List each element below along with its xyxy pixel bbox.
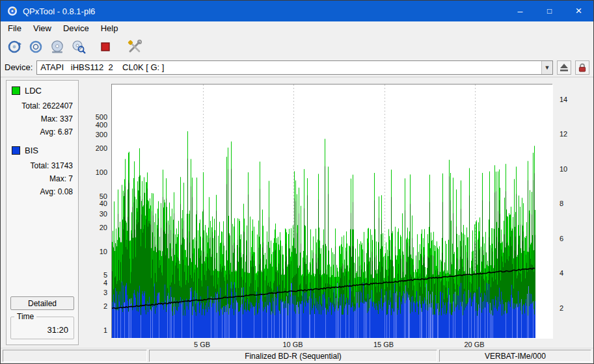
- window-title: QPxTool - 0.8.1-pl6: [23, 6, 95, 16]
- time-groupbox-title: Time: [14, 312, 36, 321]
- menu-help[interactable]: Help: [95, 21, 124, 36]
- detailed-button[interactable]: Detailed: [10, 296, 74, 310]
- bis-label: BIS: [25, 146, 38, 155]
- stats-sidebar: LDC Total: 2622407 Max: 337 Avg: 6.87 BI…: [6, 80, 79, 345]
- y-axis-left-tick-label: 4: [81, 279, 107, 287]
- eject-button[interactable]: [557, 60, 571, 75]
- menu-file[interactable]: File: [2, 21, 27, 36]
- maximize-button[interactable]: □: [535, 1, 564, 21]
- ldc-label: LDC: [25, 86, 42, 96]
- app-icon: [7, 6, 18, 16]
- y-axis-left-tick-label: 400: [81, 121, 107, 129]
- status-panel-empty: [3, 350, 147, 362]
- stop-icon[interactable]: [96, 38, 115, 56]
- device-bar: Device: ATAPI iHBS112 2 CL0K [ G: ] ▼: [1, 58, 593, 77]
- x-axis-tick-label: 15 GB: [369, 341, 399, 348]
- y-axis-right-tick-label: 2: [560, 304, 563, 312]
- app-window: QPxTool - 0.8.1-pl6 – □ × File View Devi…: [0, 0, 594, 364]
- ldc-avg: Avg: 6.87: [10, 127, 73, 136]
- y-axis-right-tick-label: 14: [560, 96, 567, 103]
- ldc-max: Max: 337: [10, 114, 73, 124]
- status-bar: Finalized BD-R (Sequential) VERBAT-IMe/0…: [1, 348, 593, 363]
- y-axis-left-tick-label: 100: [81, 168, 107, 176]
- bis-legend-row: BIS: [12, 146, 74, 155]
- status-panel-disc-type: Finalized BD-R (Sequential): [149, 350, 437, 362]
- y-axis-left-tick-label: 50: [81, 192, 107, 200]
- y-axis-left-tick-label: 3: [81, 289, 107, 296]
- minimize-button[interactable]: –: [506, 1, 535, 21]
- y-axis-right-tick-label: 12: [560, 130, 567, 138]
- close-button[interactable]: ×: [564, 1, 593, 21]
- toolbar: [1, 36, 593, 58]
- y-axis-left-tick-label: 2: [81, 302, 107, 310]
- x-axis-tick-label: 20 GB: [459, 341, 489, 348]
- scan-disc-icon[interactable]: [5, 38, 23, 56]
- bis-color-swatch: [12, 146, 20, 155]
- main-area: LDC Total: 2622407 Max: 337 Avg: 6.87 BI…: [1, 77, 593, 348]
- chart-region: 1234510203040501002003004005002468101214…: [81, 80, 593, 348]
- settings-tools-icon[interactable]: [126, 38, 144, 56]
- x-axis-tick-label: 5 GB: [187, 341, 217, 348]
- ldc-color-swatch: [12, 86, 20, 95]
- x-axis-tick-label: 10 GB: [278, 341, 308, 348]
- device-label: Device:: [5, 62, 33, 72]
- bis-total: Total: 31743: [10, 161, 73, 170]
- y-axis-left-tick-label: 5: [81, 271, 107, 279]
- status-panel-media-id: VERBAT-IMe/000: [439, 350, 591, 362]
- disc-search-icon[interactable]: [70, 38, 88, 56]
- bis-avg: Avg: 0.08: [10, 187, 73, 196]
- y-axis-right-tick-label: 4: [560, 269, 563, 277]
- device-combobox[interactable]: ATAPI iHBS112 2 CL0K [ G: ] ▼: [36, 60, 553, 75]
- lock-button[interactable]: [575, 60, 589, 75]
- disc-drive-icon[interactable]: [48, 38, 66, 56]
- y-axis-left-tick-label: 40: [81, 200, 107, 207]
- menu-bar: File View Device Help: [1, 21, 593, 36]
- y-axis-left-tick-label: 500: [81, 113, 107, 121]
- y-axis-left-tick-label: 1: [81, 326, 107, 334]
- time-value: 31:20: [15, 325, 70, 335]
- y-axis-right-tick-label: 8: [560, 200, 563, 207]
- title-bar: QPxTool - 0.8.1-pl6 – □ ×: [1, 1, 593, 21]
- y-axis-left-tick-label: 20: [81, 224, 107, 231]
- y-axis-left-tick-label: 300: [81, 131, 107, 138]
- y-axis-left-tick-label: 30: [81, 210, 107, 218]
- y-axis-right-tick-label: 6: [560, 235, 563, 242]
- error-rate-chart-canvas: [112, 84, 553, 339]
- device-combobox-value: ATAPI iHBS112 2 CL0K [ G: ]: [37, 62, 541, 72]
- time-groupbox: Time 31:20: [10, 317, 74, 339]
- menu-device[interactable]: Device: [57, 21, 95, 36]
- ldc-legend-row: LDC: [12, 86, 74, 96]
- ldc-total: Total: 2622407: [10, 101, 73, 110]
- plot-area: [111, 84, 552, 338]
- refresh-disc-icon[interactable]: [27, 38, 45, 56]
- menu-view[interactable]: View: [27, 21, 57, 36]
- bis-max: Max: 7: [10, 174, 73, 183]
- chevron-down-icon[interactable]: ▼: [541, 61, 552, 74]
- y-axis-left-tick-label: 200: [81, 144, 107, 152]
- y-axis-right-tick-label: 10: [560, 165, 567, 173]
- y-axis-left-tick-label: 10: [81, 248, 107, 255]
